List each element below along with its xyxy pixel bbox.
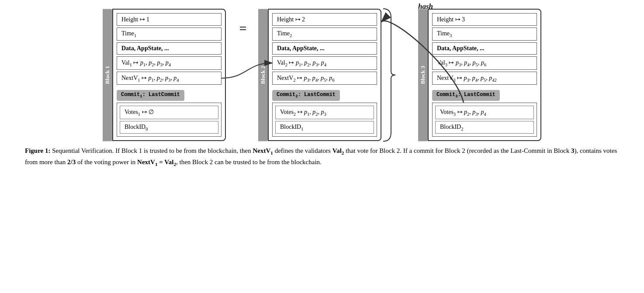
block2-field-val: Val2 ↦ p1, p2, p3, p4 bbox=[272, 56, 377, 70]
gap-1-2: = bbox=[228, 9, 258, 21]
block1-field-data: Data, AppState, ... bbox=[117, 42, 222, 55]
block3-votes: Votes3 ↦ p2, p3, p4 bbox=[435, 106, 534, 119]
block1-votes: Votes1 ↦ ∅ bbox=[120, 106, 218, 119]
block3-field-val: Val3 ↦ p3, p4, p5, p6 bbox=[432, 56, 537, 70]
block1-label-tab: Block 1 bbox=[103, 9, 112, 141]
block2-commit-body: Votes2 ↦ p1, p2, p3 BlockID1 bbox=[272, 103, 377, 137]
block3-field-data: Data, AppState, ... bbox=[432, 42, 537, 55]
block2-commit-header: Commit2: LastCommit bbox=[272, 90, 340, 100]
caption-text1: Sequential Verification. If Block 1 is t… bbox=[25, 147, 617, 165]
caption: Figure 1: Sequential Verification. If Bl… bbox=[21, 145, 623, 168]
block1-field-time: Time1 bbox=[117, 28, 222, 41]
block2-field-data: Data, AppState, ... bbox=[272, 42, 377, 55]
block2-container: Height ↦ 2 Time2 Data, AppState, ... Val… bbox=[268, 9, 381, 141]
block3-container: Height ↦ 3 Time3 Data, AppState, ... Val… bbox=[428, 9, 541, 141]
block2-field-height: Height ↦ 2 bbox=[272, 13, 377, 26]
block3-commit-header: Commit3: LastCommit bbox=[432, 90, 500, 100]
block1-blockid: BlockID0 bbox=[120, 121, 218, 134]
block2-field-time: Time2 bbox=[272, 28, 377, 41]
block1-field-nextv: NextV1 ↦ p1, p2, p3, p4 bbox=[117, 72, 222, 85]
equal-sign: = bbox=[239, 21, 246, 36]
block3-wrapper: Block 3 Height ↦ 3 Time3 Data, AppState,… bbox=[418, 9, 541, 141]
block1-container: Height ↦ 1 Time1 Data, AppState, ... Val… bbox=[112, 9, 226, 141]
block2-field-nextv: NextV2 ↦ p3, p4, p5, p6 bbox=[272, 72, 377, 85]
block3-field-height: Height ↦ 3 bbox=[432, 13, 537, 26]
block1-wrapper: Block 1 Height ↦ 1 Time1 Data, AppState,… bbox=[103, 9, 226, 141]
block2-commit-section: Commit2: LastCommit Votes2 ↦ p1, p2, p3 … bbox=[272, 90, 377, 137]
block3-field-nextv: NextV3 ↦ p3, p4, p5, p42 bbox=[432, 72, 537, 85]
block2-votes: Votes2 ↦ p1, p2, p3 bbox=[275, 106, 374, 119]
block3-commit-section: Commit3: LastCommit Votes3 ↦ p2, p3, p4 … bbox=[432, 90, 537, 137]
block3-blockid: BlockID2 bbox=[435, 121, 534, 134]
block1-field-val: Val1 ↦ p1, p2, p3, p4 bbox=[117, 56, 222, 70]
block1-commit-body: Votes1 ↦ ∅ BlockID0 bbox=[117, 103, 222, 137]
block3-label-tab: Block 3 bbox=[418, 9, 428, 141]
block2-label-tab: Block 2 bbox=[258, 9, 268, 141]
block3-field-time: Time3 bbox=[432, 28, 537, 41]
diagram-area: Block 1 Height ↦ 1 Time1 Data, AppState,… bbox=[17, 9, 627, 168]
block1-commit-section: Commit1: LastCommit Votes1 ↦ ∅ BlockID0 bbox=[117, 90, 222, 137]
block2-wrapper: Block 2 Height ↦ 2 Time2 Data, AppState,… bbox=[258, 9, 381, 141]
block1-commit-header: Commit1: LastCommit bbox=[117, 90, 184, 100]
block1-field-height: Height ↦ 1 bbox=[117, 13, 222, 26]
blocks-row: Block 1 Height ↦ 1 Time1 Data, AppState,… bbox=[103, 9, 541, 141]
block2-blockid: BlockID1 bbox=[275, 121, 374, 134]
block3-commit-body: Votes3 ↦ p2, p3, p4 BlockID2 bbox=[432, 103, 537, 137]
caption-label: Figure 1: bbox=[25, 147, 50, 154]
